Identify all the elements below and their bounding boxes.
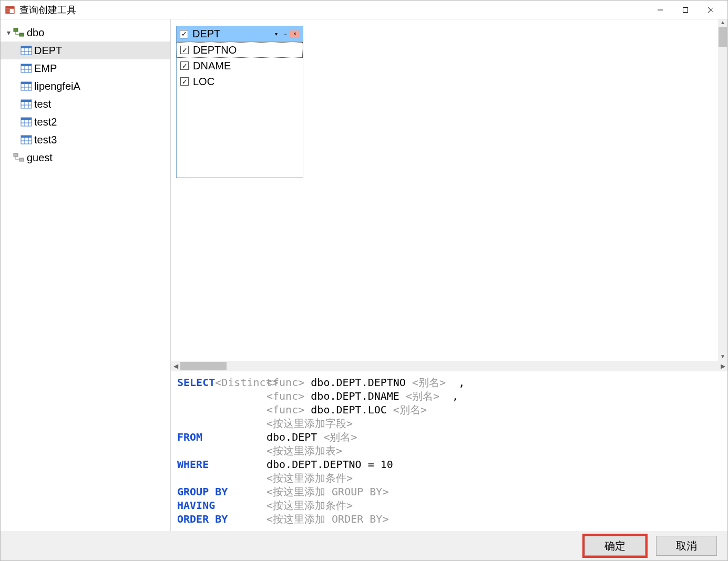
tree-node-table-emp[interactable]: EMP (1, 59, 170, 77)
svg-rect-33 (21, 118, 32, 120)
tree-node-table-test3[interactable]: test3 (1, 131, 170, 149)
cancel-button[interactable]: 取消 (656, 536, 717, 556)
query-builder-window: 查询创建工具 ▾ dbo DEPT EMP (0, 0, 728, 561)
select-keyword[interactable]: SELECT (177, 376, 215, 389)
orderby-keyword[interactable]: ORDER BY (177, 513, 228, 525)
select-field[interactable]: dbo.DEPT.DNAME (311, 390, 399, 402)
svg-rect-23 (21, 82, 32, 84)
tree-node-dbo[interactable]: ▾ dbo (1, 24, 170, 41)
alias-hint[interactable]: <别名> (393, 403, 427, 416)
client-area: ▾ dbo DEPT EMP lipengfeiA (1, 19, 727, 531)
tree-node-label: DEPT (34, 45, 62, 57)
from-keyword[interactable]: FROM (177, 431, 202, 443)
scroll-right-icon[interactable]: ▶ (718, 362, 727, 370)
column-label: DEPTNO (193, 44, 237, 56)
card-menu-icon[interactable]: ▾ (271, 30, 281, 38)
maximize-button[interactable] (673, 2, 698, 18)
column-checkbox[interactable] (180, 61, 189, 70)
window-title: 查询创建工具 (19, 4, 76, 16)
func-hint[interactable]: <func> (266, 390, 304, 402)
ok-button-label: 确定 (604, 539, 626, 553)
schema-icon (13, 153, 25, 162)
design-and-sql: DEPT ▾ － × DEPTNO (171, 19, 727, 531)
tree-node-table-test2[interactable]: test2 (1, 113, 170, 131)
diagram-canvas-wrapper: DEPT ▾ － × DEPTNO (171, 19, 727, 361)
card-close-icon[interactable]: × (290, 30, 300, 38)
having-keyword[interactable]: HAVING (177, 499, 215, 512)
svg-rect-2 (6, 9, 9, 11)
add-table-hint[interactable]: <按这里添加表> (266, 444, 342, 457)
table-icon (20, 46, 32, 55)
scroll-thumb[interactable] (180, 362, 227, 370)
tree-node-table-test[interactable]: test (1, 95, 170, 113)
tree-node-label: lipengfeiA (34, 80, 80, 92)
app-icon (5, 5, 15, 15)
column-row-loc[interactable]: LOC (177, 74, 303, 89)
card-minimize-icon[interactable]: － (281, 30, 290, 38)
alias-hint[interactable]: <别名> (323, 431, 357, 443)
horizontal-scrollbar[interactable]: ◀ ▶ (171, 361, 727, 371)
column-checkbox[interactable] (180, 46, 189, 54)
column-row-deptno[interactable]: DEPTNO (177, 42, 303, 58)
column-row-dname[interactable]: DNAME (177, 58, 303, 74)
schema-tree[interactable]: ▾ dbo DEPT EMP lipengfeiA (1, 19, 171, 531)
select-all-columns-checkbox[interactable] (180, 30, 188, 38)
select-field[interactable]: dbo.DEPT.DEPTNO (311, 376, 406, 389)
vertical-scrollbar[interactable]: ▲ ▼ (718, 19, 727, 361)
svg-rect-5 (683, 7, 688, 12)
func-hint[interactable]: <func> (266, 403, 304, 416)
tree-node-label: test2 (34, 116, 57, 128)
svg-rect-28 (21, 100, 32, 102)
column-label: DNAME (193, 60, 231, 72)
table-card-title: DEPT (192, 28, 271, 40)
svg-rect-9 (19, 33, 24, 36)
add-orderby-hint[interactable]: <按这里添加 ORDER BY> (266, 513, 388, 525)
tree-node-label: test (34, 98, 51, 110)
svg-rect-18 (21, 64, 32, 66)
cancel-button-label: 取消 (676, 539, 697, 553)
func-hint[interactable]: <func> (266, 376, 304, 389)
minimize-button[interactable] (648, 2, 673, 18)
svg-rect-1 (6, 7, 14, 8)
tree-node-guest[interactable]: ▾ guest (1, 149, 170, 167)
alias-hint[interactable]: <别名> (412, 376, 446, 389)
svg-rect-8 (14, 28, 18, 32)
scroll-up-icon[interactable]: ▲ (718, 19, 727, 27)
tree-node-table-lipengfeia[interactable]: lipengfeiA (1, 77, 170, 95)
from-table[interactable]: dbo.DEPT (266, 431, 317, 443)
where-keyword[interactable]: WHERE (177, 458, 209, 471)
ok-button[interactable]: 确定 (585, 536, 645, 556)
tree-node-label: guest (27, 152, 53, 164)
column-checkbox[interactable] (180, 77, 189, 86)
column-label: LOC (193, 76, 214, 88)
close-button[interactable] (698, 2, 723, 18)
tree-node-table-dept[interactable]: DEPT (1, 41, 170, 59)
caret-down-icon[interactable]: ▾ (5, 28, 12, 37)
scroll-down-icon[interactable]: ▼ (718, 354, 727, 361)
table-icon (20, 81, 32, 91)
tree-node-label: EMP (34, 63, 57, 75)
svg-rect-13 (21, 46, 32, 48)
tree-node-label: dbo (27, 27, 44, 39)
where-expression[interactable]: dbo.DEPT.DEPTNO = 10 (266, 458, 393, 471)
svg-rect-3 (6, 12, 9, 13)
table-card-header[interactable]: DEPT ▾ － × (177, 26, 303, 42)
alias-hint[interactable]: <别名> (406, 390, 439, 402)
groupby-keyword[interactable]: GROUP BY (177, 485, 228, 498)
tree-node-label: test3 (34, 134, 57, 146)
svg-rect-43 (19, 158, 24, 161)
dialog-footer: 确定 取消 (1, 531, 727, 560)
add-condition-hint[interactable]: <按这里添加条件> (266, 472, 353, 484)
scroll-thumb[interactable] (719, 27, 727, 47)
add-groupby-hint[interactable]: <按这里添加 GROUP BY> (266, 485, 388, 498)
diagram-canvas[interactable]: DEPT ▾ － × DEPTNO (171, 19, 718, 361)
add-field-hint[interactable]: <按这里添加字段> (266, 417, 353, 430)
table-icon (20, 64, 32, 73)
table-icon (20, 99, 32, 109)
select-field[interactable]: dbo.DEPT.LOC (311, 403, 387, 416)
sql-editor[interactable]: SELECT<Distinct> <func> dbo.DEPT.DEPTNO … (171, 371, 727, 531)
table-card-dept[interactable]: DEPT ▾ － × DEPTNO (176, 26, 303, 178)
schema-icon (13, 28, 25, 37)
add-having-hint[interactable]: <按这里添加条件> (266, 499, 353, 512)
scroll-left-icon[interactable]: ◀ (171, 362, 180, 370)
